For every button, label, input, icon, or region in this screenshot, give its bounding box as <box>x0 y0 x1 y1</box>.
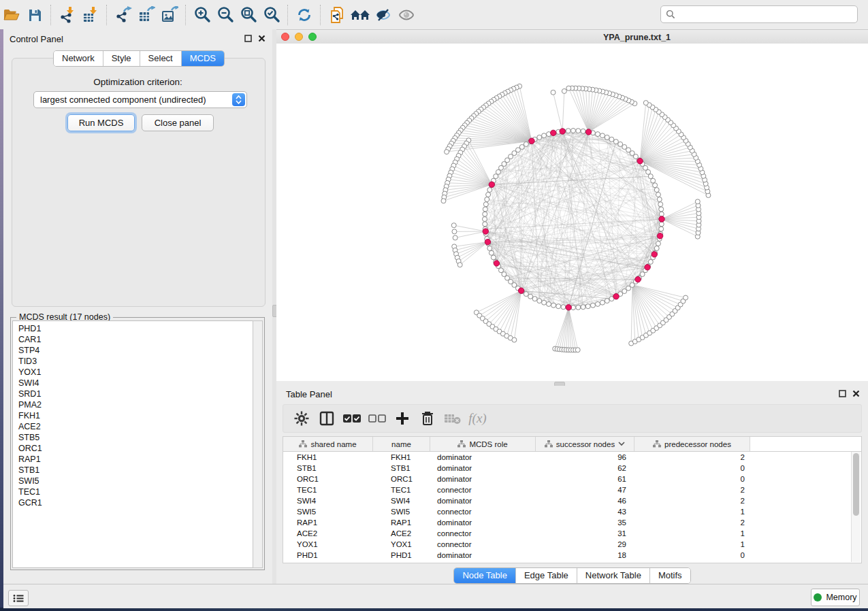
mcds-result-item[interactable]: TID3 <box>13 356 254 367</box>
zoom-out-icon[interactable] <box>214 5 237 25</box>
table-cell: 1 <box>634 508 750 516</box>
export-table-icon[interactable] <box>135 5 158 25</box>
delete-row-icon[interactable] <box>415 408 440 429</box>
mcds-result-item[interactable]: SRD1 <box>13 389 254 399</box>
save-session-icon[interactable] <box>23 5 46 25</box>
float-panel-icon[interactable] <box>839 390 846 397</box>
zoom-in-icon[interactable] <box>191 5 214 25</box>
network-graph[interactable] <box>276 44 868 381</box>
mcds-result-item[interactable]: CAR1 <box>13 334 254 345</box>
tab-network[interactable]: Network <box>54 51 103 66</box>
delete-table-icon[interactable] <box>440 408 465 429</box>
column-header-mcds-role[interactable]: MCDS role <box>430 437 536 451</box>
export-network-icon[interactable] <box>112 5 135 25</box>
table-row[interactable]: STB1STB1dominator620 <box>283 463 861 474</box>
import-network-icon[interactable] <box>56 5 79 25</box>
table-cell: connector <box>430 508 536 516</box>
table-cell: ACE2 <box>373 529 430 538</box>
mcds-result-item[interactable]: SWI4 <box>13 378 254 389</box>
float-panel-icon[interactable] <box>244 35 252 42</box>
tab-select[interactable]: Select <box>140 51 181 66</box>
zoom-selected-icon[interactable] <box>260 5 283 25</box>
table-row[interactable]: FKH1FKH1dominator962 <box>283 452 861 463</box>
tab-edge-table[interactable]: Edge Table <box>515 568 577 583</box>
select-all-icon[interactable] <box>339 408 364 429</box>
search-field[interactable] <box>660 5 858 23</box>
table-row[interactable]: RAP1RAP1dominator352 <box>283 517 861 528</box>
table-scrollbar[interactable] <box>851 452 861 562</box>
mcds-result-item[interactable]: RAP1 <box>13 454 254 465</box>
close-panel-button[interactable]: Close panel <box>142 114 214 131</box>
unselect-all-icon[interactable] <box>364 408 389 429</box>
first-neighbors-icon[interactable] <box>349 5 372 25</box>
tab-node-table[interactable]: Node Table <box>454 568 515 583</box>
network-window-titlebar[interactable]: YPA_prune.txt_1 <box>276 31 868 44</box>
table-cell: dominator <box>430 518 536 527</box>
scrollbar-thumb[interactable] <box>853 453 859 516</box>
import-table-icon[interactable] <box>79 5 102 25</box>
zoom-fit-icon[interactable] <box>237 5 260 25</box>
table-row[interactable]: SWI4SWI4dominator462 <box>283 495 861 506</box>
mcds-result-item[interactable]: PHD1 <box>13 323 254 334</box>
status-menu-button[interactable] <box>8 590 29 606</box>
column-header-shared-name[interactable]: shared name <box>283 437 373 451</box>
tab-mcds[interactable]: MCDS <box>181 51 224 66</box>
table-cell: 96 <box>536 453 634 461</box>
run-mcds-button[interactable]: Run MCDS <box>67 114 135 131</box>
close-panel-icon[interactable] <box>258 35 266 42</box>
mcds-result-item[interactable]: PMA2 <box>13 399 254 410</box>
clone-network-icon[interactable] <box>325 5 349 25</box>
mcds-result-item[interactable]: TEC1 <box>13 486 254 497</box>
attribute-icon <box>545 440 553 448</box>
mcds-result-item[interactable]: ACE2 <box>13 421 254 432</box>
mcds-result-item[interactable]: YOX1 <box>13 367 254 378</box>
mcds-result-item[interactable]: STP4 <box>13 345 254 356</box>
table-cell: 47 <box>536 486 634 494</box>
show-graphics-details-icon[interactable] <box>395 5 418 25</box>
optimization-criterion-select[interactable]: largest connected component (undirected) <box>33 91 247 108</box>
table-cell: 46 <box>536 497 634 505</box>
attribute-icon <box>653 440 661 448</box>
export-image-icon[interactable] <box>158 5 181 25</box>
mcds-result-item[interactable]: FKH1 <box>13 410 254 421</box>
show-columns-icon[interactable] <box>314 408 339 429</box>
close-panel-icon[interactable] <box>852 390 860 397</box>
table-row[interactable]: TEC1TEC1connector472 <box>283 484 861 495</box>
column-header-successor-nodes[interactable]: successor nodes <box>536 437 634 451</box>
tab-style[interactable]: Style <box>103 51 140 66</box>
table-row[interactable]: ACE2ACE2connector311 <box>283 528 861 539</box>
attribute-icon <box>457 440 466 448</box>
mcds-result-item[interactable]: STB5 <box>13 432 254 443</box>
hide-selected-icon[interactable] <box>372 5 395 25</box>
settings-icon[interactable] <box>289 408 314 429</box>
mcds-result-item[interactable]: GCR1 <box>13 497 254 508</box>
table-row[interactable]: ORC1ORC1dominator610 <box>283 474 861 484</box>
network-view[interactable] <box>276 44 868 381</box>
mcds-result-item[interactable]: STB1 <box>13 465 254 476</box>
column-header-name[interactable]: name <box>373 437 430 451</box>
tab-motifs[interactable]: Motifs <box>649 568 690 583</box>
search-input[interactable] <box>678 7 857 21</box>
refresh-icon[interactable] <box>293 5 316 25</box>
list-menu-icon <box>13 594 24 603</box>
table-cell: STB1 <box>283 464 373 472</box>
table-row[interactable]: SWI5SWI5connector431 <box>283 506 861 517</box>
toolbar-separator <box>320 5 321 25</box>
column-header-predecessor-nodes[interactable]: predecessor nodes <box>634 437 750 451</box>
open-file-icon[interactable] <box>0 5 23 25</box>
mcds-result-item[interactable]: SWI5 <box>13 476 254 486</box>
horizontal-splitter[interactable] <box>276 381 868 386</box>
table-cell: 18 <box>536 551 634 559</box>
optimization-criterion-label: Optimization criterion: <box>3 77 272 87</box>
add-row-icon[interactable] <box>389 408 415 429</box>
mcds-list-scrollbar[interactable] <box>253 320 263 568</box>
table-row[interactable]: PHD1PHD1dominator180 <box>283 550 861 561</box>
table-row[interactable]: YOX1YOX1connector291 <box>283 539 861 550</box>
node-table[interactable]: shared name name MCDS role successor nod… <box>283 436 862 563</box>
memory-button[interactable]: Memory <box>811 589 860 606</box>
table-cell: TEC1 <box>373 486 430 494</box>
mcds-result-item[interactable]: ORC1 <box>13 443 254 454</box>
sort-desc-icon <box>618 442 625 446</box>
mcds-result-list[interactable]: PHD1CAR1STP4TID3YOX1SWI4SRD1PMA2FKH1ACE2… <box>12 320 254 568</box>
tab-network-table[interactable]: Network Table <box>577 568 649 583</box>
